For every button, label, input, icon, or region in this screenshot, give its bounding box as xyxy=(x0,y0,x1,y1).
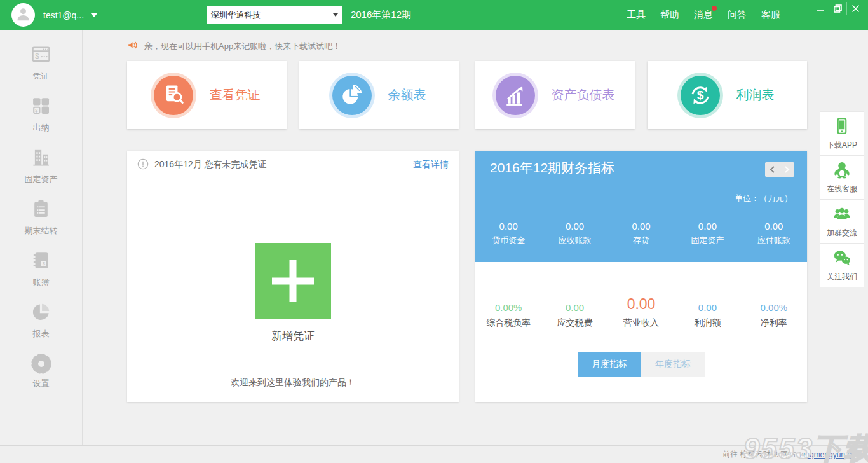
company-select[interactable]: 深圳华通科技 xyxy=(207,6,342,24)
sidebar-item-ledger[interactable]: $ 账簿 xyxy=(0,250,82,288)
sidebar-item-fixed-assets[interactable]: 固定资产 xyxy=(0,147,82,185)
document-search-icon xyxy=(154,76,193,115)
card-label: 资产负债表 xyxy=(552,86,615,104)
sidebar-item-voucher[interactable]: $ 凭证 xyxy=(0,44,82,82)
next-period-button[interactable] xyxy=(780,162,794,177)
rail-label: 在线客服 xyxy=(827,184,857,195)
sidebar-label: 固定资产 xyxy=(25,174,58,185)
titlebar-menu: 工具 帮助 消息 问答 客服 xyxy=(627,0,780,30)
tab-yearly-indicators[interactable]: 年度指标 xyxy=(641,352,705,377)
indicator-tabs: 月度指标 年度指标 xyxy=(578,352,705,377)
menu-qa[interactable]: 问答 xyxy=(728,9,747,21)
footer-text: 前往 柠檬云财税 网站 xyxy=(722,449,796,460)
voucher-panel-header: 2016年12月 您有未完成凭证 查看详情 xyxy=(127,151,459,179)
metric-receivables: 0.00 应收账款 xyxy=(541,221,607,246)
card-trial-balance[interactable]: 余额表 xyxy=(299,61,459,129)
restore-button[interactable] xyxy=(829,2,846,15)
rail-label: 关注我们 xyxy=(827,272,857,282)
tab-monthly-indicators[interactable]: 月度指标 xyxy=(578,352,641,377)
phone-icon xyxy=(832,116,851,138)
rail-follow-us[interactable]: 关注我们 xyxy=(820,243,864,287)
cashier-icon: ¥ xyxy=(31,95,51,116)
svg-text:$: $ xyxy=(35,52,39,60)
metric-net-margin: 0.00% 净利率 xyxy=(741,302,807,329)
chevron-right-icon xyxy=(784,166,790,173)
rail-label: 加群交流 xyxy=(827,228,857,238)
menu-messages[interactable]: 消息 xyxy=(694,9,713,21)
sidebar-label: 设置 xyxy=(33,378,50,389)
footer: 前往 柠檬云财税 网站 ningmengyun.com xyxy=(0,445,868,463)
ledger-icon: $ xyxy=(31,250,51,271)
company-select-value: 深圳华通科技 xyxy=(211,10,261,21)
unfinished-voucher-text: 2016年12月 您有未完成凭证 xyxy=(154,159,267,170)
voucher-panel: 2016年12月 您有未完成凭证 查看详情 新增凭证 欢迎来到这里体验我们的产品… xyxy=(127,151,459,402)
indicators-header-block: 2016年12期财务指标 单位：（万元） 0.0 xyxy=(475,151,807,262)
chevron-left-icon xyxy=(770,166,775,173)
menu-help[interactable]: 帮助 xyxy=(660,9,679,21)
alert-icon xyxy=(137,158,149,172)
restore-icon xyxy=(834,4,842,13)
metric-payables: 0.00 应付账款 xyxy=(741,221,807,246)
user-icon xyxy=(15,5,32,25)
metric-profit: 0.00 利润额 xyxy=(674,302,740,329)
period-pager xyxy=(765,162,794,177)
card-balance-sheet[interactable]: 资产负债表 xyxy=(475,61,635,129)
primary-metrics: 0.00 货币资金 0.00 应收账款 0.00 存货 xyxy=(475,221,807,246)
add-voucher-label: 新增凭证 xyxy=(127,329,459,343)
chevron-down-icon xyxy=(90,13,98,17)
minimize-icon xyxy=(816,4,824,13)
period-label: 2016年第12期 xyxy=(351,0,411,30)
app-window: test1@q... 深圳华通科技 2016年第12期 工具 帮助 消息 问答 … xyxy=(0,0,868,463)
metric-revenue: 0.00 营业收入 xyxy=(608,296,674,329)
menu-tools[interactable]: 工具 xyxy=(627,9,646,21)
rail-join-group[interactable]: 加群交流 xyxy=(820,199,864,244)
group-icon xyxy=(832,204,851,226)
gear-icon xyxy=(33,356,50,372)
card-label: 利润表 xyxy=(736,86,775,104)
prev-period-button[interactable] xyxy=(765,162,780,177)
window-controls xyxy=(811,2,864,15)
avatar[interactable] xyxy=(11,3,35,27)
metric-inventory: 0.00 存货 xyxy=(608,221,674,246)
titlebar: test1@q... 深圳华通科技 2016年第12期 工具 帮助 消息 问答 … xyxy=(0,0,868,30)
sidebar-label: 凭证 xyxy=(33,71,50,82)
app-promo-notice: 亲，现在可以用手机App来记账啦，快来下载试试吧！ xyxy=(127,39,341,53)
sidebar-item-period-end-closing[interactable]: 期末结转 xyxy=(0,198,82,237)
chevron-down-icon xyxy=(333,13,338,17)
pie-chart-icon xyxy=(332,76,372,115)
sidebar-label: 账簿 xyxy=(33,277,50,288)
rail-online-service[interactable]: 在线客服 xyxy=(820,155,864,200)
minimize-button[interactable] xyxy=(811,2,829,15)
add-voucher-button[interactable] xyxy=(255,243,331,319)
right-rail: 下载APP 在线客服 xyxy=(820,111,864,287)
sidebar-item-cashier[interactable]: ¥ 出纳 xyxy=(0,95,82,134)
welcome-text: 欢迎来到这里体验我们的产品！ xyxy=(127,377,459,389)
close-button[interactable] xyxy=(846,2,864,15)
user-menu[interactable]: test1@q... xyxy=(43,0,98,30)
card-income-statement[interactable]: $ 利润表 xyxy=(648,61,807,129)
sidebar-label: 出纳 xyxy=(33,122,50,134)
rail-label: 下载APP xyxy=(827,140,857,151)
sidebar-label: 报表 xyxy=(33,328,50,340)
sidebar-item-reports[interactable]: 报表 xyxy=(0,301,82,340)
indicators-panel: 2016年12期财务指标 单位：（万元） 0.0 xyxy=(475,151,807,402)
menu-service[interactable]: 客服 xyxy=(761,9,780,21)
notification-dot xyxy=(712,6,717,11)
footer-site-link[interactable]: ningmengyun.com xyxy=(799,450,862,459)
report-icon xyxy=(31,301,51,322)
card-label: 余额表 xyxy=(388,86,426,104)
qq-penguin-icon xyxy=(832,160,851,182)
rail-download-app[interactable]: 下载APP xyxy=(820,111,864,156)
card-view-vouchers[interactable]: 查看凭证 xyxy=(127,61,287,129)
svg-text:¥: ¥ xyxy=(34,107,38,114)
bar-chart-arrow-icon xyxy=(496,76,535,115)
sidebar-item-settings[interactable]: 设置 xyxy=(0,353,82,389)
card-label: 查看凭证 xyxy=(210,86,261,104)
view-details-link[interactable]: 查看详情 xyxy=(413,159,449,170)
svg-text:$: $ xyxy=(696,88,703,102)
notice-text: 亲，现在可以用手机App来记账啦，快来下载试试吧！ xyxy=(144,41,341,52)
voucher-icon: $ xyxy=(31,44,51,65)
period-end-icon xyxy=(31,198,51,219)
fixed-assets-icon xyxy=(31,147,51,168)
indicators-title: 2016年12期财务指标 xyxy=(490,159,614,177)
